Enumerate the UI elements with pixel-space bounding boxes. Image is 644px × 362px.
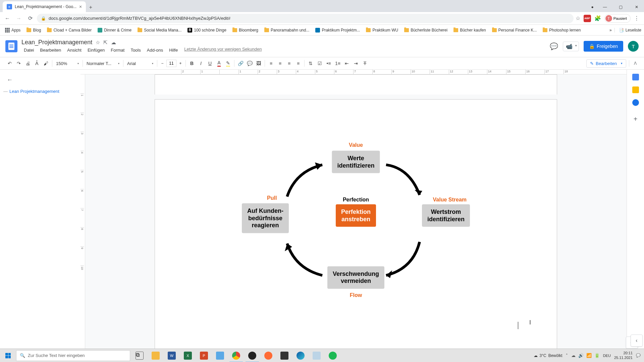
bookmark-item[interactable]: Bücher kaufen	[451, 26, 488, 34]
text-color-button[interactable]: A	[215, 59, 223, 68]
chrome-account-dot[interactable]: ●	[588, 2, 597, 12]
move-icon[interactable]: ⇱	[103, 40, 108, 46]
bookmark-item[interactable]: Bücherliste Bücherei	[402, 26, 450, 34]
profile-button[interactable]: T Pausiert	[604, 14, 631, 23]
bookmark-item[interactable]: Dinner & Crime	[95, 26, 134, 34]
new-tab-button[interactable]: +	[86, 3, 95, 12]
horizontal-ruler[interactable]: 2 1 1 2 3 4 5 6 7 8 9 10 11 12 13 14 15 …	[80, 70, 627, 74]
insert-comment-button[interactable]: 💬	[245, 59, 254, 68]
chrome-menu-icon[interactable]: ⋮	[634, 15, 639, 21]
onedrive-icon[interactable]: ☁	[571, 353, 576, 358]
zoom-dropdown[interactable]: 150%	[54, 61, 81, 66]
show-side-panel-button[interactable]: ‹	[631, 335, 643, 347]
menu-ansicht[interactable]: Ansicht	[65, 47, 84, 54]
bookmark-item[interactable]: Praktikum Projektm...	[313, 26, 362, 34]
document-canvas[interactable]: 2 1 1 2 3 4 5 6 7 8 9 10 11 12 13 14 15 …	[80, 70, 627, 349]
font-size-increase[interactable]: +	[177, 60, 184, 67]
taskbar-chrome[interactable]	[228, 349, 244, 362]
close-tab-icon[interactable]: ×	[79, 4, 82, 9]
reading-list-button[interactable]: 📑 Leseliste	[614, 28, 641, 33]
italic-button[interactable]: I	[197, 59, 205, 68]
line-spacing-button[interactable]: ⇅	[306, 59, 315, 68]
checklist-button[interactable]: ☑	[315, 59, 324, 68]
menu-addons[interactable]: Add-ons	[145, 47, 165, 54]
battery-icon[interactable]: 🔋	[594, 353, 600, 358]
menu-tools[interactable]: Tools	[128, 47, 143, 54]
clear-formatting-button[interactable]: T	[361, 59, 369, 68]
print-button[interactable]: 🖨	[23, 59, 32, 68]
volume-icon[interactable]: 🔊	[578, 353, 584, 358]
browser-tab[interactable]: ≡ Lean_Projektmanagement - Goo... ×	[3, 1, 86, 12]
comment-history-icon[interactable]: 💬	[550, 42, 558, 50]
undo-button[interactable]: ↶	[5, 59, 14, 68]
taskbar-app[interactable]	[276, 349, 292, 362]
align-justify-button[interactable]: ≡	[294, 59, 303, 68]
bookmark-item[interactable]: Blog	[24, 26, 43, 34]
share-button[interactable]: 🔒 Freigeben	[584, 41, 623, 52]
paint-format-button[interactable]: 🖌	[42, 59, 50, 68]
bookmark-item[interactable]: Personal Finance K...	[490, 26, 539, 34]
reload-button[interactable]: ⟳	[25, 14, 35, 23]
bookmarks-overflow[interactable]: »	[609, 28, 612, 33]
align-left-button[interactable]: ≡	[267, 59, 275, 68]
font-dropdown[interactable]: Arial	[125, 61, 155, 66]
taskbar-spotify[interactable]	[325, 349, 341, 362]
font-size-input[interactable]	[166, 60, 176, 67]
bold-button[interactable]: B	[187, 59, 196, 68]
redo-button[interactable]: ↷	[14, 59, 23, 68]
decrease-indent-button[interactable]: ⇤	[342, 59, 351, 68]
menu-format[interactable]: Format	[108, 47, 127, 54]
highlight-button[interactable]: ✎	[224, 59, 232, 68]
account-avatar[interactable]: T	[628, 41, 639, 52]
last-edit-link[interactable]: Letzte Änderung vor wenigen Sekunden	[184, 47, 262, 54]
insert-link-button[interactable]: 🔗	[236, 59, 245, 68]
outline-heading[interactable]: Lean Projektmanagement	[0, 86, 80, 97]
align-center-button[interactable]: ≡	[276, 59, 284, 68]
insert-image-button[interactable]: 🖼	[254, 59, 263, 68]
bulleted-list-button[interactable]: •≡	[324, 59, 333, 68]
apps-button[interactable]: Apps	[3, 26, 23, 34]
increase-indent-button[interactable]: ⇥	[352, 59, 360, 68]
forward-button[interactable]: →	[14, 14, 23, 23]
wifi-icon[interactable]: 📶	[586, 353, 592, 358]
tray-chevron-up-icon[interactable]: ˄	[566, 353, 568, 358]
lean-cycle-diagram[interactable]: Value Werteidentifizieren Value Stream W…	[242, 145, 470, 302]
menu-einfuegen[interactable]: Einfügen	[85, 47, 107, 54]
taskbar-app[interactable]	[260, 349, 276, 362]
vertical-ruler[interactable]: 1 2 3 4 5 6 7 8 9 10	[80, 74, 85, 349]
bookmark-item[interactable]: Photoshop lernen	[540, 26, 583, 34]
close-window-button[interactable]: ✕	[629, 2, 644, 12]
document-title[interactable]: Lean_Projektmanagement	[21, 39, 92, 46]
align-right-button[interactable]: ≡	[285, 59, 293, 68]
editing-mode-dropdown[interactable]: ✎ Bearbeiten ▾	[586, 59, 626, 68]
taskbar-word[interactable]: W	[164, 349, 180, 362]
menu-datei[interactable]: Datei	[21, 47, 36, 54]
menu-bearbeiten[interactable]: Bearbeiten	[38, 47, 63, 54]
bookmark-item[interactable]: B100 schöne Dinge	[185, 26, 229, 34]
minimize-button[interactable]: —	[597, 2, 612, 12]
star-icon[interactable]: ☆	[96, 40, 100, 46]
taskbar-photos[interactable]	[212, 349, 228, 362]
keep-icon[interactable]	[632, 86, 639, 93]
docs-logo[interactable]	[5, 40, 17, 52]
task-view-button[interactable]: ⧉	[131, 349, 148, 362]
taskbar-clock[interactable]: 20:11 25.11.2021	[614, 351, 633, 360]
outline-back-button[interactable]: ←	[0, 74, 80, 86]
taskbar-explorer[interactable]	[148, 349, 164, 362]
document-page[interactable]: Value Werteidentifizieren Value Stream W…	[155, 99, 557, 349]
add-addon-icon[interactable]: +	[634, 115, 638, 123]
back-button[interactable]: ←	[3, 14, 12, 23]
bookmark-star-icon[interactable]: ☆	[576, 15, 580, 21]
bookmark-item[interactable]: Social Media Mana...	[135, 26, 184, 34]
maximize-button[interactable]: ▢	[613, 2, 628, 12]
menu-hilfe[interactable]: Hilfe	[167, 47, 180, 54]
cloud-status-icon[interactable]: ☁	[111, 40, 116, 46]
taskbar-obs[interactable]	[244, 349, 260, 362]
calendar-icon[interactable]	[632, 74, 639, 80]
abp-extension-icon[interactable]: ABP	[584, 15, 591, 22]
language-indicator[interactable]: DEU	[603, 354, 611, 358]
underline-button[interactable]: U	[206, 59, 214, 68]
taskbar-edge[interactable]	[292, 349, 309, 362]
taskbar-search[interactable]: 🔍 Zur Suche Text hier eingeben	[16, 350, 130, 361]
taskbar-excel[interactable]: X	[180, 349, 196, 362]
